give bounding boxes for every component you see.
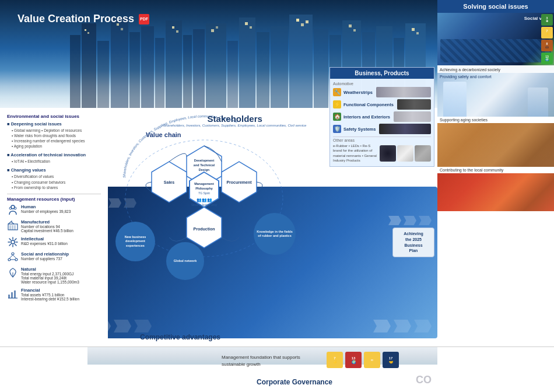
business-header: Business, Products [330, 68, 434, 79]
deepening-title: ■ Deepening social issues [7, 121, 101, 127]
bottom-arrows-right [373, 320, 432, 332]
interiors-item: 🏠 Interiors and Exteriors [333, 111, 431, 122]
svg-rect-4 [129, 32, 140, 108]
svg-rect-3 [111, 18, 128, 108]
svg-rect-6 [155, 38, 164, 108]
aging-image [437, 123, 554, 167]
svg-text:Sales: Sales [164, 180, 174, 184]
automotive-area: Automotive [333, 82, 431, 86]
achieving-badge: Achievingthe 2025BusinessPlan [392, 228, 434, 257]
svg-rect-31 [245, 22, 248, 25]
svg-rect-5 [141, 26, 154, 108]
competitive-advantages-label: Competitive advantages [140, 333, 220, 341]
values-points: • Diversification of values• Changing co… [12, 174, 101, 190]
knowledge-btn[interactable]: Knowledge in the fields of rubber and pl… [254, 213, 296, 255]
page-title: Value Creation Process [17, 13, 134, 25]
co-text: CO [416, 374, 432, 386]
tech-title: ■ Acceleration of technical innovation [7, 152, 101, 158]
svg-rect-29 [211, 29, 214, 32]
gear-icon [7, 236, 19, 248]
community-label: Contributing to the local community [440, 168, 552, 172]
svg-rect-7 [166, 20, 182, 108]
svg-rect-16 [314, 29, 328, 108]
other-area-content: e-Rubber • LEDs • Re-S brand for the uti… [333, 144, 431, 163]
functional-item: ⚡ Functional Components [333, 99, 431, 110]
svg-rect-26 [121, 28, 123, 30]
svg-rect-56 [8, 295, 10, 298]
leaf-icon [7, 267, 19, 278]
svg-rect-1 [82, 23, 96, 108]
svg-rect-9 [193, 29, 205, 108]
svg-rect-0 [70, 35, 80, 108]
safety-comfort-image: Providing safety and comfort [437, 73, 554, 117]
svg-point-48 [11, 240, 15, 244]
business-products-box: Business, Products Automotive 🔧 Weathers… [329, 67, 434, 167]
svg-rect-24 [87, 32, 89, 34]
svg-rect-33 [296, 19, 299, 22]
network-icon [7, 251, 19, 263]
human-text: Human Number of employees 39,823 [21, 204, 71, 214]
svg-rect-36 [349, 24, 352, 27]
values-title: ■ Changing values [7, 167, 101, 173]
svg-text:Procurement: Procurement [226, 180, 252, 184]
env-issues-title: Environmental and social issues [7, 114, 101, 119]
svg-rect-58 [14, 290, 16, 298]
financial-resource: Financial Total assets ¥775.1 billion In… [7, 288, 101, 301]
global-network-btn[interactable]: Global network [166, 242, 204, 280]
svg-rect-47 [11, 220, 12, 222]
safety-label: Providing safety and comfort [440, 75, 492, 79]
svg-rect-2 [97, 41, 109, 108]
svg-rect-45 [12, 225, 13, 230]
chart-icon [7, 288, 19, 299]
mgmt-resources-title: Management resources (input) [7, 197, 101, 202]
svg-rect-8 [183, 35, 192, 108]
svg-rect-30 [216, 26, 218, 29]
svg-point-50 [8, 258, 10, 261]
safety-item: 🛡️ Safety Systems [333, 124, 431, 134]
svg-rect-46 [14, 225, 16, 230]
svg-rect-12 [239, 18, 255, 108]
intellectual-text: Intellectual R&D expenses ¥31.0 billion [21, 236, 68, 246]
mgmt-foundation: Management foundation that supports sust… [222, 354, 315, 368]
human-resource: Human Number of employees 39,823 [7, 204, 101, 216]
decarbonized-section: Achieving a decarbonized society [440, 68, 552, 72]
natural-resource: Natural Total energy input 2,371,000GJ T… [7, 267, 101, 284]
svg-text:Philosophy: Philosophy [195, 187, 213, 190]
social-resource: Social and relationship Number of suppli… [7, 251, 101, 263]
weatherstrips-item: 🔧 Weatherstrips [333, 87, 431, 97]
title-bar: Value Creation Process PDF [17, 13, 149, 25]
left-panel: Environmental and social issues ■ Deepen… [0, 108, 108, 345]
svg-line-52 [9, 255, 13, 258]
svg-rect-44 [9, 225, 11, 230]
svg-rect-15 [289, 15, 313, 108]
svg-rect-37 [353, 29, 356, 32]
svg-rect-13 [257, 32, 269, 108]
right-arrows [388, 216, 432, 225]
svg-text:Management: Management [194, 182, 214, 186]
solving-header: Solving social issues [437, 0, 554, 13]
svg-rect-11 [227, 41, 238, 108]
svg-point-51 [15, 258, 17, 261]
financial-text: Financial Total assets ¥775.1 billion In… [21, 288, 79, 301]
other-areas-label: Other areas [333, 138, 431, 142]
svg-text:Design: Design [199, 168, 210, 172]
svg-rect-35 [306, 20, 308, 23]
manufactured-text: Manufactured Number of locations 94 Capi… [21, 219, 73, 233]
stakeholders-subtitle: Shareholders, Investors, Customers, Supp… [163, 124, 306, 127]
svg-rect-10 [206, 23, 226, 108]
corporate-governance: Corporate Governance [257, 378, 332, 386]
natural-text: Natural Total energy input 2,371,000GJ T… [21, 267, 79, 284]
svg-rect-38 [412, 28, 415, 31]
social-value-image: Social value 3✚ 7⚡ 8💼 13🌍 [437, 13, 554, 65]
svg-text:and Technical: and Technical [194, 163, 215, 167]
factory-icon [7, 219, 19, 231]
deepening-issues: ■ Deepening social issues • Global warmi… [7, 121, 101, 149]
tech-innovation: ■ Acceleration of technical innovation •… [7, 152, 101, 164]
pdf-icon[interactable]: PDF [139, 14, 149, 24]
new-business-btn[interactable]: New business development experiences [115, 222, 155, 261]
svg-text:👥👥👥: 👥👥👥 [197, 197, 212, 202]
decarbonized-label: Achieving a decarbonized society [440, 68, 552, 72]
tech-points: • IoT/AI • Electrification [12, 159, 101, 164]
svg-point-49 [12, 253, 14, 255]
bottom-bar: Management foundation that supports sust… [0, 346, 554, 392]
